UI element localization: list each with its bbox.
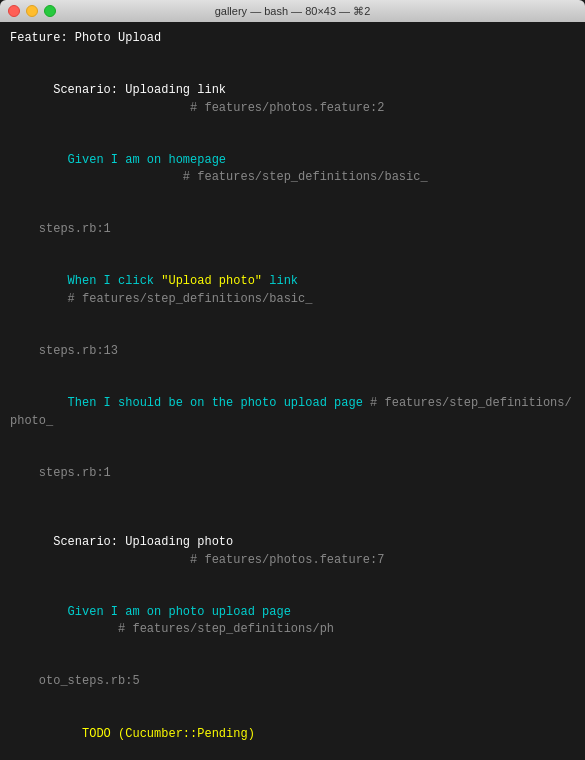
step-then-1b: steps.rb:1 — [10, 447, 575, 499]
close-button[interactable] — [8, 5, 20, 17]
step-then-1: Then I should be on the photo upload pag… — [10, 378, 575, 448]
step-when-1b: steps.rb:13 — [10, 326, 575, 378]
scenario-1-header: Scenario: Uploading link # features/phot… — [10, 65, 575, 135]
todo-pending-2: TODO (Cucumber::Pending) — [10, 708, 575, 760]
step-given-2: Given I am on photo upload page # featur… — [10, 587, 575, 657]
window-buttons — [8, 5, 56, 17]
maximize-button[interactable] — [44, 5, 56, 17]
window-title: gallery — bash — 80×43 — ⌘2 — [215, 5, 371, 18]
title-bar: gallery — bash — 80×43 — ⌘2 — [0, 0, 585, 22]
step-given-1: Given I am on homepage # features/step_d… — [10, 134, 575, 204]
step-when-1: When I click "Upload photo" link # featu… — [10, 256, 575, 326]
step-given-2b: oto_steps.rb:5 — [10, 656, 575, 708]
terminal[interactable]: Feature: Photo Upload Scenario: Uploadin… — [0, 22, 585, 760]
step-given-1b: steps.rb:1 — [10, 204, 575, 256]
minimize-button[interactable] — [26, 5, 38, 17]
feature-header: Feature: Photo Upload — [10, 30, 575, 47]
scenario-2-header: Scenario: Uploading photo # features/pho… — [10, 517, 575, 587]
